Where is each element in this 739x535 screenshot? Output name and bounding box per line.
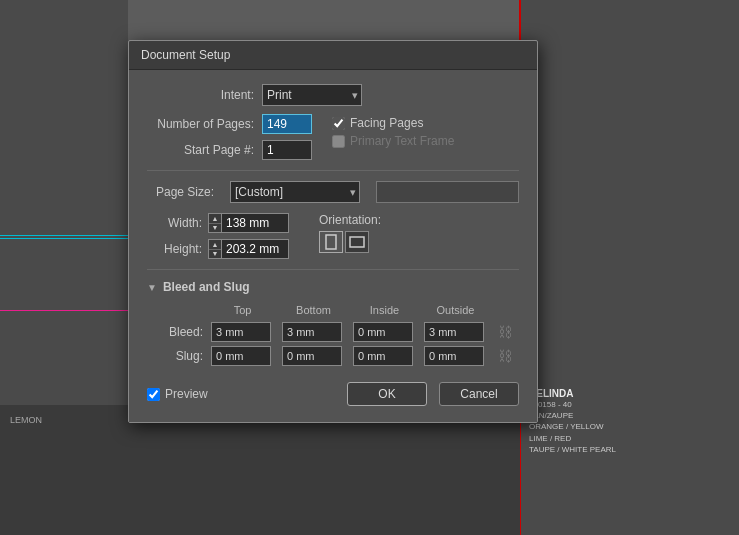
height-spinner: ▲ ▼ [208, 239, 289, 259]
col-bottom-header: Bottom [278, 304, 349, 320]
primary-text-checkbox[interactable] [332, 135, 345, 148]
product-label-lemon: LEMON [10, 415, 42, 425]
num-pages-input[interactable] [262, 114, 312, 134]
landscape-icon [349, 236, 365, 248]
bleed-slug-table: Top Bottom Inside Outside Bleed: [147, 304, 519, 368]
wh-inputs: Width: ▲ ▼ Height: ▲ ▼ [147, 213, 289, 259]
cancel-button[interactable]: Cancel [439, 382, 519, 406]
slug-bottom-input[interactable] [282, 346, 342, 366]
intent-select-wrapper[interactable]: Print Web Digital Publishing [262, 84, 362, 106]
right-panel: BELINDA 880158 - 40 TAN/ZAUPEORANGE / YE… [519, 0, 739, 535]
bleed-slug-header[interactable]: ▼ Bleed and Slug [147, 280, 519, 294]
orientation-label: Orientation: [319, 213, 381, 227]
page-size-row: Page Size: [Custom] Letter A4 A3 Tabloid [147, 181, 519, 203]
right-panel-content: BELINDA 880158 - 40 TAN/ZAUPEORANGE / YE… [521, 0, 739, 463]
collapse-arrow-icon: ▼ [147, 282, 157, 293]
page-size-label: Page Size: [147, 185, 222, 199]
orientation-landscape-btn[interactable] [345, 231, 369, 253]
start-page-row: Start Page #: [147, 140, 312, 160]
bleed-inside-cell [349, 320, 420, 344]
cyan-line-2 [0, 238, 130, 239]
bleed-bottom-input[interactable] [282, 322, 342, 342]
bleed-chain-cell: ⛓ [491, 320, 519, 344]
preview-checkbox[interactable] [147, 388, 160, 401]
height-row: Height: ▲ ▼ [147, 239, 289, 259]
orientation-area: Orientation: [319, 213, 381, 253]
options-checkboxes: Facing Pages Primary Text Frame [332, 116, 482, 148]
bleed-label: Bleed: [147, 320, 207, 344]
cyan-line-1 [0, 235, 130, 236]
width-row: Width: ▲ ▼ [147, 213, 289, 233]
intent-row: Intent: Print Web Digital Publishing [147, 84, 519, 106]
facing-pages-checkbox[interactable] [332, 117, 345, 130]
slug-row: Slug: ⛓ [147, 344, 519, 368]
slug-chain-cell: ⛓ [491, 344, 519, 368]
height-input[interactable] [221, 239, 289, 259]
product-info-area: BELINDA 880158 - 40 TAN/ZAUPEORANGE / YE… [529, 388, 731, 455]
bleed-slug-title: Bleed and Slug [163, 280, 250, 294]
start-page-label: Start Page #: [147, 143, 262, 157]
col-top-header: Top [207, 304, 278, 320]
portrait-icon [325, 234, 337, 250]
intent-select[interactable]: Print Web Digital Publishing [262, 84, 362, 106]
slug-bottom-cell [278, 344, 349, 368]
bleed-top-input[interactable] [211, 322, 271, 342]
orientation-portrait-btn[interactable] [319, 231, 343, 253]
bleed-outside-input[interactable] [424, 322, 484, 342]
col-chain [491, 304, 519, 320]
bottom-product-strip: LEMON [0, 405, 520, 535]
slug-chain-icon[interactable]: ⛓ [495, 348, 515, 364]
slug-inside-input[interactable] [353, 346, 413, 366]
product-number: 880158 - 40 [529, 399, 731, 410]
start-page-input[interactable] [262, 140, 312, 160]
bleed-outside-cell [420, 320, 491, 344]
orientation-buttons [319, 231, 381, 253]
col-blank [147, 304, 207, 320]
intent-label: Intent: [147, 88, 262, 102]
bleed-inside-input[interactable] [353, 322, 413, 342]
wh-orientation-row: Width: ▲ ▼ Height: ▲ ▼ [147, 213, 519, 259]
col-outside-header: Outside [420, 304, 491, 320]
slug-top-cell [207, 344, 278, 368]
facing-pages-label: Facing Pages [350, 116, 423, 130]
col-inside-header: Inside [349, 304, 420, 320]
separator-1 [147, 170, 519, 171]
pages-row: Number of Pages: Start Page #: Facing Pa… [147, 114, 519, 160]
dialog-body: Intent: Print Web Digital Publishing Num… [129, 70, 537, 422]
height-spinner-arrows[interactable]: ▲ ▼ [208, 239, 221, 259]
primary-text-row: Primary Text Frame [332, 134, 482, 148]
bleed-bottom-cell [278, 320, 349, 344]
width-input[interactable] [221, 213, 289, 233]
width-label: Width: [147, 216, 202, 230]
bleed-row: Bleed: ⛓ [147, 320, 519, 344]
width-up-arrow[interactable]: ▲ [209, 214, 221, 224]
page-size-select[interactable]: [Custom] Letter A4 A3 Tabloid [230, 181, 360, 203]
facing-pages-row: Facing Pages [332, 116, 482, 130]
height-up-arrow[interactable]: ▲ [209, 240, 221, 250]
svg-rect-1 [350, 237, 364, 247]
width-spinner-arrows[interactable]: ▲ ▼ [208, 213, 221, 233]
magenta-line-1 [0, 310, 130, 311]
bleed-chain-icon[interactable]: ⛓ [495, 324, 515, 340]
product-colors: TAN/ZAUPEORANGE / YELLOWLIME / REDTAUPE … [529, 410, 731, 455]
separator-2 [147, 269, 519, 270]
width-spinner: ▲ ▼ [208, 213, 289, 233]
page-size-select-wrapper[interactable]: [Custom] Letter A4 A3 Tabloid [230, 181, 360, 203]
slug-label: Slug: [147, 344, 207, 368]
pages-inputs: Number of Pages: Start Page #: [147, 114, 312, 160]
product-title: BELINDA [529, 388, 731, 399]
height-down-arrow[interactable]: ▼ [209, 250, 221, 259]
slug-top-input[interactable] [211, 346, 271, 366]
dialog-title: Document Setup [141, 48, 230, 62]
preview-label: Preview [165, 387, 208, 401]
num-pages-label: Number of Pages: [147, 117, 262, 131]
page-preview-bar [376, 181, 519, 203]
slug-outside-input[interactable] [424, 346, 484, 366]
width-down-arrow[interactable]: ▼ [209, 224, 221, 233]
bottom-area: Preview OK Cancel [147, 382, 519, 406]
slug-outside-cell [420, 344, 491, 368]
document-setup-dialog: Document Setup Intent: Print Web Digital… [128, 40, 538, 423]
bleed-top-cell [207, 320, 278, 344]
dialog-title-bar: Document Setup [129, 41, 537, 70]
ok-button[interactable]: OK [347, 382, 427, 406]
